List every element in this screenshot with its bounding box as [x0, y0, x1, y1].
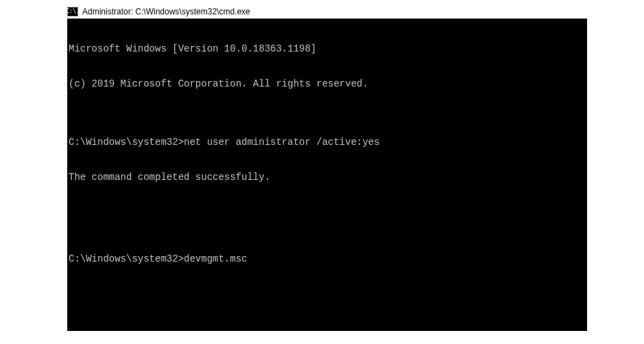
- window-title: Administrator: C:\Windows\system32\cmd.e…: [82, 7, 250, 16]
- terminal-line: (c) 2019 Microsoft Corporation. All righ…: [69, 78, 586, 90]
- terminal-line: Microsoft Windows [Version 10.0.18363.11…: [69, 43, 586, 55]
- terminal-output[interactable]: Microsoft Windows [Version 10.0.18363.11…: [67, 19, 587, 331]
- cmd-icon: C:\.: [67, 7, 78, 16]
- terminal-line: C:\Windows\system32>devmgmt.msc: [69, 253, 586, 265]
- terminal-line: C:\Windows\system32>net user administrat…: [69, 137, 586, 148]
- window-titlebar: C:\. Administrator: C:\Windows\system32\…: [67, 5, 250, 19]
- terminal-line: The command completed successfully.: [69, 172, 586, 183]
